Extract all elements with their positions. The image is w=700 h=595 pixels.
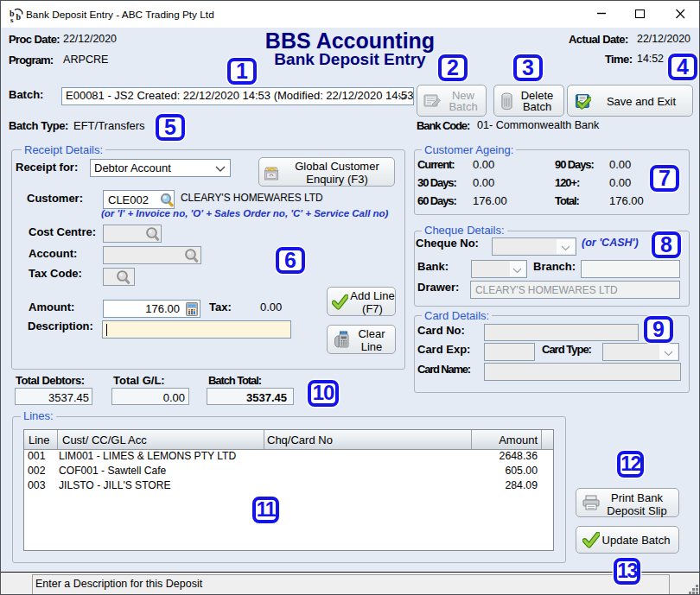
svg-text:b: b [16, 12, 22, 22]
svg-text:s: s [10, 16, 14, 23]
